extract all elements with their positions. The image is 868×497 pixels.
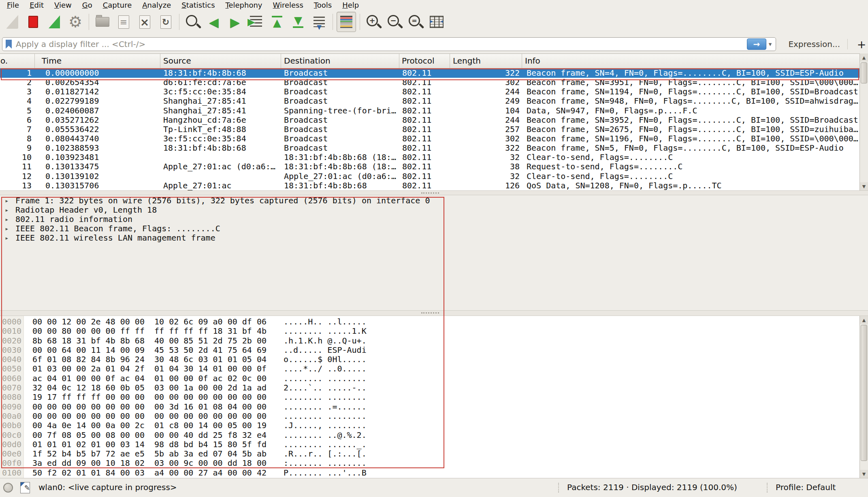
hex-row[interactable]: 00e01f 52 b4 b5 b7 72 ae e5 5b ab 3a ed …: [0, 449, 859, 459]
capture-comment-icon[interactable]: [20, 482, 30, 493]
detail-line[interactable]: ▸IEEE 802.11 wireless LAN management fra…: [0, 233, 868, 243]
save-button[interactable]: [114, 12, 133, 32]
column-divider[interactable]: [34, 54, 35, 68]
pane-divider-bottom[interactable]: [0, 310, 868, 316]
forward-button[interactable]: [225, 12, 245, 32]
scrollbar-thumb[interactable]: [861, 62, 867, 83]
colorize-button[interactable]: [337, 12, 356, 32]
expander-icon[interactable]: ▸: [5, 196, 9, 205]
detail-line[interactable]: ▸Radiotap Header v0, Length 18: [0, 205, 868, 215]
filter-dropdown-caret-icon[interactable]: ▾: [769, 41, 772, 48]
menu-edit[interactable]: Edit: [24, 1, 49, 9]
zoom-in-button[interactable]: [364, 12, 383, 32]
packet-row[interactable]: 70.055536422Tp-LinkT_ef:48:88Broadcast80…: [0, 125, 859, 134]
stop-button[interactable]: [23, 12, 43, 32]
back-button[interactable]: [204, 12, 224, 32]
menu-view[interactable]: View: [49, 1, 77, 9]
expander-icon[interactable]: ▸: [5, 224, 9, 233]
menu-file[interactable]: File: [2, 1, 24, 9]
hex-row[interactable]: 00208b 68 18 31 bf 4b 8b 68 40 00 85 51 …: [0, 336, 859, 346]
zoom-out-button[interactable]: [385, 12, 404, 32]
packet-row[interactable]: 130.130315706Apple_27:01:ac18:31:bf:4b:8…: [0, 181, 859, 190]
hex-pane-scrollbar[interactable]: ▲ ▼: [859, 316, 868, 478]
hex-row[interactable]: 001000 00 80 00 00 00 ff ff ff ff ff ff …: [0, 326, 859, 336]
scroll-up-icon[interactable]: ▲: [860, 316, 868, 324]
column-header-info[interactable]: Info: [525, 56, 540, 66]
hex-row[interactable]: 003000 00 64 00 11 14 00 09 45 53 50 2d …: [0, 346, 859, 355]
packet-list-scrollbar[interactable]: ▲ ▼: [859, 53, 868, 190]
menu-go[interactable]: Go: [77, 1, 98, 9]
first-button[interactable]: [267, 12, 287, 32]
packet-row[interactable]: 10.00000000018:31:bf:4b:8b:68Broadcast80…: [0, 68, 859, 78]
detail-line[interactable]: ▸IEEE 802.11 Beacon frame, Flags: ......…: [0, 224, 868, 233]
packet-row[interactable]: 20.002654354d6:61:fe:cd:7a:6eBroadcast80…: [0, 78, 859, 87]
add-filter-button[interactable]: +: [855, 38, 868, 51]
packet-row[interactable]: 80.0804437403e:f5:cc:0e:35:84Broadcast80…: [0, 134, 859, 143]
expander-icon[interactable]: ▸: [5, 215, 9, 224]
display-filter-input[interactable]: [12, 39, 747, 49]
options-button[interactable]: [66, 12, 85, 32]
hex-row[interactable]: 00f03a ed dd 09 00 10 18 02 03 00 9c 00 …: [0, 459, 859, 468]
column-divider[interactable]: [160, 54, 160, 68]
goto-button[interactable]: [246, 12, 266, 32]
display-filter-box[interactable]: → ▾: [2, 37, 776, 51]
hex-row[interactable]: 00b000 4a 0e 14 00 0a 00 2c 01 c8 00 14 …: [0, 421, 859, 430]
scroll-down-icon[interactable]: ▼: [860, 470, 868, 478]
menu-tools[interactable]: Tools: [309, 1, 337, 9]
scroll-up-icon[interactable]: ▲: [860, 53, 868, 62]
autoscroll-button[interactable]: [309, 12, 329, 32]
find-button[interactable]: [183, 12, 203, 32]
packet-row[interactable]: 30.0118271423c:f5:cc:0e:35:84Broadcast80…: [0, 87, 859, 96]
menu-help[interactable]: Help: [337, 1, 364, 9]
hex-row[interactable]: 000000 00 12 00 2e 48 00 00 10 02 6c 09 …: [0, 317, 859, 326]
column-header-destination[interactable]: Destination: [284, 56, 331, 66]
column-divider[interactable]: [281, 54, 281, 68]
menu-wireless[interactable]: Wireless: [268, 1, 309, 9]
hex-row[interactable]: 010050 f2 02 01 01 84 00 03 a4 00 00 27 …: [0, 468, 859, 478]
divider-handle-icon[interactable]: [421, 192, 439, 194]
hex-row[interactable]: 00c000 7f 08 05 00 08 00 00 00 00 40 dd …: [0, 431, 859, 440]
apply-filter-button[interactable]: →: [747, 38, 766, 50]
scrollbar-thumb[interactable]: [861, 325, 867, 461]
hex-row[interactable]: 007032 04 0c 12 18 60 0b 05 03 00 1a 00 …: [0, 383, 859, 392]
hex-row[interactable]: 00406f 01 08 82 84 8b 96 24 30 48 6c 03 …: [0, 355, 859, 364]
column-divider[interactable]: [399, 54, 399, 68]
column-header-protocol[interactable]: Protocol: [402, 56, 435, 66]
menu-capture[interactable]: Capture: [98, 1, 137, 9]
column-header-source[interactable]: Source: [163, 56, 191, 66]
hex-row[interactable]: 005001 03 00 00 2a 01 04 2f 01 04 30 14 …: [0, 364, 859, 373]
detail-line[interactable]: ▸802.11 radio information: [0, 215, 868, 224]
column-divider[interactable]: [522, 54, 522, 68]
packet-row[interactable]: 90.10238859318:31:bf:4b:8b:68Broadcast80…: [0, 143, 859, 153]
last-button[interactable]: [288, 12, 308, 32]
packet-row[interactable]: 110.130133475Apple_27:01:ac (d0:a6:…18:3…: [0, 162, 859, 171]
column-header-length[interactable]: Length: [453, 56, 481, 66]
packet-row[interactable]: 40.022799189Shanghai_27:85:41Broadcast80…: [0, 96, 859, 106]
hex-row[interactable]: 009000 00 00 00 00 00 00 00 00 3d 16 01 …: [0, 402, 859, 412]
hex-row[interactable]: 008019 17 ff ff ff 00 00 00 00 00 00 00 …: [0, 392, 859, 402]
zoom-orig-button[interactable]: [406, 12, 425, 32]
packet-row[interactable]: 120.130139102Apple_27:01:ac (d0:a6:…802.…: [0, 172, 859, 181]
column-divider[interactable]: [450, 54, 450, 68]
column-header-time[interactable]: Time: [42, 56, 62, 66]
start-button[interactable]: [2, 12, 22, 32]
profile-text[interactable]: Profile: Default: [776, 482, 836, 492]
divider-handle-icon[interactable]: [421, 312, 439, 314]
menu-statistics[interactable]: Statistics: [176, 1, 220, 9]
close-button[interactable]: [135, 12, 154, 32]
filter-bookmark-icon[interactable]: [6, 40, 12, 49]
menu-telephony[interactable]: Telephony: [220, 1, 268, 9]
reload-button[interactable]: [156, 12, 175, 32]
resize-button[interactable]: [427, 12, 446, 32]
hex-row[interactable]: 00a000 00 00 00 00 00 00 00 00 00 00 00 …: [0, 412, 859, 421]
expression-button[interactable]: Expression...: [788, 39, 840, 49]
hex-row[interactable]: 00d001 01 01 02 01 00 03 14 98 d8 bd b4 …: [0, 440, 859, 449]
menu-analyze[interactable]: Analyze: [137, 1, 176, 9]
packet-row[interactable]: 100.10392348118:31:bf:4b:8b:68 (18:…802.…: [0, 153, 859, 162]
pane-divider-top[interactable]: [0, 190, 868, 195]
restart-button[interactable]: [45, 12, 64, 32]
expert-info-icon[interactable]: [3, 483, 13, 493]
column-header-no[interactable]: No.: [0, 56, 8, 66]
hex-row[interactable]: 0060ac 04 01 00 00 0f ac 04 01 00 00 0f …: [0, 374, 859, 383]
packet-row[interactable]: 60.035271262Hangzhou_cd:7a:6eBroadcast80…: [0, 115, 859, 125]
